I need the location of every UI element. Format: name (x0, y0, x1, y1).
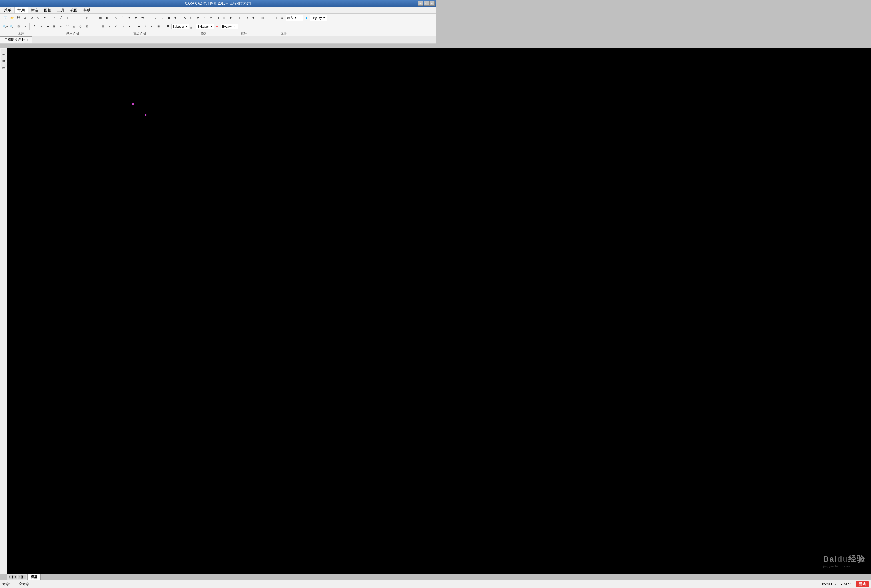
more-text-button[interactable]: ▼ (38, 23, 44, 30)
chamfer-button[interactable]: ◥ (126, 15, 132, 21)
label-dimension: 标注 (232, 31, 255, 36)
detail-view-button[interactable]: ⊙ (113, 23, 119, 30)
fill-button[interactable]: ■ (104, 15, 110, 21)
axes-svg (130, 101, 147, 118)
polyline-button[interactable]: ╱ (58, 15, 64, 21)
linear-dim-button[interactable]: ⊢ (237, 15, 243, 21)
extend-button[interactable]: ⇥ (214, 15, 221, 21)
coordinate-axes (130, 101, 147, 119)
document-tab-title: 工程图文档1* (4, 37, 25, 42)
close-button[interactable]: ✕ (430, 1, 434, 6)
side-btn-layer[interactable]: 图层 (1, 55, 7, 60)
array-button[interactable]: ⊞ (146, 15, 152, 21)
document-tab-close[interactable]: × (26, 38, 28, 41)
view-rect-button[interactable]: □ (120, 23, 126, 30)
toolbar-row-2: 🔍+ 🔍- ⊡ ▼ A ▼ ⊢ ⊞ ≡ ⌒ △ ◇ ⊠ ○ ⊟ ╍ ⊙ □ ▼ … (0, 22, 436, 31)
trim-button[interactable]: ✂ (208, 15, 214, 21)
datum-button[interactable]: ◇ (77, 23, 84, 30)
lineweight-dropdown[interactable]: ByLayer ▼ (196, 24, 214, 29)
scale-button[interactable]: ⤢ (201, 15, 208, 21)
dim-more-button[interactable]: ▼ (149, 23, 155, 30)
more-common-button[interactable]: ▼ (42, 15, 48, 21)
delete-button[interactable]: ✕ (181, 15, 188, 21)
stretch-button[interactable]: ↔ (159, 15, 165, 21)
view-section-button[interactable]: ⊟ (100, 23, 106, 30)
linecolor-label: ByLayr (222, 25, 232, 28)
point-button[interactable]: · (90, 15, 97, 21)
more-modify-button[interactable]: ▼ (227, 15, 234, 21)
zoom-in-button[interactable]: 🔍+ (2, 23, 9, 30)
open-file-button[interactable]: 📂 (9, 15, 15, 21)
block-button[interactable]: ▣ (166, 15, 172, 21)
side-btn-note[interactable]: 注释 (1, 62, 7, 67)
view-more-button[interactable]: ▼ (126, 23, 132, 30)
print-button[interactable]: 🖨 (22, 15, 28, 21)
toolbar-section-common: 📄 📂 💾 🖨 ↺ ↻ ▼ (1, 15, 49, 21)
side-btn-paper[interactable]: 图纸 (1, 49, 7, 54)
zoom-fit-button[interactable]: ⊡ (15, 23, 22, 30)
rotate-button[interactable]: ↺ (153, 15, 159, 21)
balloon-button[interactable]: ○ (90, 23, 97, 30)
radius-dim-button[interactable]: R (244, 15, 250, 21)
hatch-button[interactable]: ▦ (97, 15, 103, 21)
menu-item-tools[interactable]: 工具 (54, 7, 67, 13)
arc-button[interactable]: ⌒ (71, 15, 77, 21)
toolbar-labels-row: 常用 基本绘图 高级绘图 修改 标注 属性 (0, 31, 436, 36)
color-button[interactable]: ● (303, 15, 310, 21)
ellipse-button[interactable]: ⬭ (84, 15, 90, 21)
break-view-button[interactable]: ╍ (106, 23, 113, 30)
dim-style-button[interactable]: ⊢ (45, 23, 51, 30)
line-style-dropdown[interactable]: 粗实 ▼ (286, 15, 303, 21)
menu-item-help[interactable]: 帮助 (81, 7, 94, 13)
mirror-button[interactable]: ⇆ (139, 15, 145, 21)
fillet-button[interactable]: ⌒ (120, 15, 126, 21)
table-button[interactable]: ⊞ (51, 23, 57, 30)
linecolor-dropdown[interactable]: ByLayr ▼ (221, 24, 238, 29)
redo-button[interactable]: ↻ (35, 15, 41, 21)
more-dim-button[interactable]: ▼ (250, 15, 256, 21)
break-button[interactable]: ⌷ (221, 15, 227, 21)
more-draw-button[interactable]: ▼ (172, 15, 178, 21)
minimize-button[interactable]: ─ (418, 1, 423, 6)
linestyle-dropdown[interactable]: ByLayer ▼ (171, 24, 189, 29)
new-file-button[interactable]: 📄 (2, 15, 9, 21)
rect-button[interactable]: □ (77, 15, 84, 21)
undo-button[interactable]: ↺ (28, 15, 35, 21)
maximize-button[interactable]: □ (424, 1, 429, 6)
line-style-label: 粗实 (287, 16, 293, 20)
color-dropdown[interactable]: □ ByLay ▼ (310, 15, 327, 21)
layer-mgr-button[interactable]: ☰ (165, 23, 171, 30)
bom-button[interactable]: ≡ (58, 23, 64, 30)
toolbar-row2-section2: A ▼ ⊢ ⊞ ≡ ⌒ △ ◇ ⊠ ○ (30, 23, 98, 30)
menu-item-view[interactable]: 视图 (67, 7, 81, 13)
dim-style-btn[interactable]: ⊞ (155, 23, 162, 30)
weld-button[interactable]: ⌒ (64, 23, 70, 30)
spline-button[interactable]: ∿ (113, 15, 119, 21)
drawing-canvas[interactable]: Baidu经验 jingyan.baidu.com (7, 48, 436, 294)
angle-dim-button[interactable]: ∠ (142, 23, 148, 30)
zoom-out-button[interactable]: 🔍- (9, 23, 15, 30)
tolerance-button[interactable]: ⊠ (84, 23, 90, 30)
smart-dim-button[interactable]: ⊢ (136, 23, 142, 30)
linestyle-label: ByLayer (173, 25, 184, 28)
toolbar-section-modify: ✕ ⎘ ✥ ⤢ ✂ ⇥ ⌷ ▼ (180, 15, 235, 21)
more-view-button[interactable]: ▼ (22, 23, 28, 30)
toolbar-section-properties: ⊞ — □ ≡ 粗实 ▼ ● □ ByLay ▼ (258, 15, 328, 21)
roughness-button[interactable]: △ (71, 23, 77, 30)
menu-item-common[interactable]: 常用 (14, 7, 28, 13)
document-tab[interactable]: 工程图文档1* × (0, 36, 32, 43)
text-button[interactable]: A (31, 23, 38, 30)
layer-button[interactable]: ⊞ (259, 15, 266, 21)
copy-button[interactable]: ⎘ (188, 15, 195, 21)
menu-item-layout[interactable]: 图幅 (41, 7, 54, 13)
menu-item-menu[interactable]: 菜单 (1, 7, 14, 13)
offset-button[interactable]: ⇌ (133, 15, 139, 21)
move-button[interactable]: ✥ (195, 15, 201, 21)
toolbar-section-dimension: ⊢ R ▼ (236, 15, 258, 21)
left-side-panel: 图纸 图层 注释 (0, 48, 7, 294)
circle-button[interactable]: ○ (64, 15, 70, 21)
save-file-button[interactable]: 💾 (15, 15, 22, 21)
menu-item-dimension[interactable]: 标注 (28, 7, 41, 13)
line-type-icon: — (266, 15, 272, 21)
line-button[interactable]: / (51, 15, 57, 21)
